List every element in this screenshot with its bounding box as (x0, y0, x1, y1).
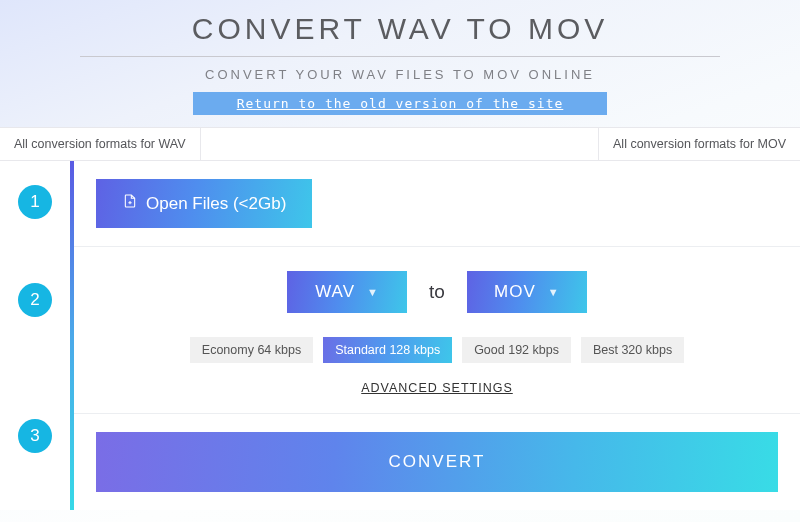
format-row: WAV ▼ to MOV ▼ (96, 265, 778, 313)
quality-options: Economy 64 kbps Standard 128 kbps Good 1… (96, 337, 778, 363)
content: Open Files (<2Gb) WAV ▼ to MOV ▼ Economy… (74, 161, 800, 510)
steps: 1 2 3 Open Files (<2Gb) WAV ▼ to MOV (0, 161, 800, 510)
to-format-label: MOV (494, 282, 536, 302)
chevron-down-icon: ▼ (367, 286, 379, 298)
quality-good[interactable]: Good 192 kbps (462, 337, 571, 363)
header: CONVERT WAV TO MOV CONVERT YOUR WAV FILE… (0, 0, 800, 115)
file-add-icon (122, 193, 138, 214)
format-tabs: All conversion formats for WAV All conve… (0, 127, 800, 161)
old-version-wrap: Return to the old version of the site (0, 92, 800, 115)
step-badge-2: 2 (18, 283, 52, 317)
to-label: to (429, 281, 445, 303)
step-rail: 1 2 3 (0, 161, 74, 510)
tab-formats-mov[interactable]: All conversion formats for MOV (598, 128, 800, 160)
open-files-button[interactable]: Open Files (<2Gb) (96, 179, 312, 228)
panel-open-files: Open Files (<2Gb) (74, 161, 800, 247)
tab-formats-wav[interactable]: All conversion formats for WAV (0, 128, 201, 160)
quality-standard[interactable]: Standard 128 kbps (323, 337, 452, 363)
from-format-label: WAV (315, 282, 355, 302)
quality-best[interactable]: Best 320 kbps (581, 337, 684, 363)
advanced-settings-link[interactable]: ADVANCED SETTINGS (96, 381, 778, 395)
convert-button[interactable]: CONVERT (96, 432, 778, 492)
page-subtitle: CONVERT YOUR WAV FILES TO MOV ONLINE (0, 67, 800, 82)
from-format-dropdown[interactable]: WAV ▼ (287, 271, 407, 313)
page-title: CONVERT WAV TO MOV (0, 12, 800, 46)
old-version-link[interactable]: Return to the old version of the site (193, 92, 608, 115)
panel-formats: WAV ▼ to MOV ▼ Economy 64 kbps Standard … (74, 247, 800, 414)
step-badge-1: 1 (18, 185, 52, 219)
divider (80, 56, 720, 57)
chevron-down-icon: ▼ (548, 286, 560, 298)
step-badge-3: 3 (18, 419, 52, 453)
quality-economy[interactable]: Economy 64 kbps (190, 337, 313, 363)
to-format-dropdown[interactable]: MOV ▼ (467, 271, 587, 313)
open-files-label: Open Files (<2Gb) (146, 194, 286, 214)
panel-convert: CONVERT (74, 414, 800, 510)
